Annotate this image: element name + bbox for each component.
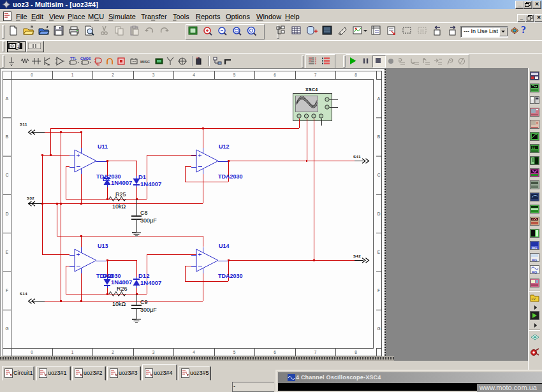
svg-text:S41: S41	[353, 155, 361, 159]
svg-text:8: 8	[355, 350, 357, 354]
svg-text:TDA2030: TDA2030	[218, 173, 243, 180]
svg-text:R25: R25	[115, 191, 126, 198]
svg-text:3: 3	[152, 350, 155, 354]
svg-text:S32: S32	[27, 196, 34, 200]
svg-text:MISC: MISC	[140, 60, 150, 64]
svg-text:4: 4	[193, 350, 195, 354]
svg-text:2: 2	[112, 350, 114, 354]
svg-text:5: 5	[233, 350, 236, 354]
svg-text:1N4007: 1N4007	[140, 279, 161, 286]
svg-text:7: 7	[314, 73, 317, 77]
svg-text:S42: S42	[353, 254, 361, 258]
svg-text:C: C	[377, 173, 381, 177]
svg-text:C: C	[6, 173, 9, 177]
svg-text:U13: U13	[98, 243, 108, 249]
svg-text:0: 0	[31, 350, 33, 354]
svg-text:S14: S14	[20, 292, 27, 296]
svg-text:D2: D2	[103, 176, 110, 182]
svg-text:U12: U12	[219, 143, 230, 150]
svg-text:10kΩ: 10kΩ	[112, 203, 126, 210]
svg-text:6: 6	[274, 350, 276, 354]
svg-text:300µF: 300µF	[140, 217, 157, 224]
svg-text:XSC4: XSC4	[305, 87, 318, 92]
svg-text:AG: AG	[532, 246, 538, 250]
svg-text:TTL: TTL	[70, 57, 77, 61]
svg-text:8: 8	[355, 73, 357, 77]
svg-text:G: G	[5, 326, 8, 331]
svg-text:E: E	[377, 250, 381, 254]
svg-text:C9: C9	[140, 299, 148, 305]
svg-text:4: 4	[193, 73, 195, 77]
svg-text:AG: AG	[532, 270, 538, 274]
svg-text:F: F	[6, 288, 8, 293]
svg-text:LV: LV	[532, 297, 536, 301]
svg-text:7: 7	[314, 350, 317, 354]
svg-text:1: 1	[71, 73, 74, 77]
svg-text:B: B	[377, 134, 380, 139]
svg-text:D12: D12	[138, 272, 149, 279]
svg-text:D: D	[6, 212, 9, 216]
svg-text:E: E	[6, 250, 9, 254]
svg-text:F: F	[377, 288, 380, 293]
svg-text:CMOS: CMOS	[80, 57, 91, 61]
svg-text:11: 11	[532, 146, 535, 150]
svg-text:1N4007: 1N4007	[140, 180, 161, 187]
svg-text:AG: AG	[532, 258, 538, 262]
svg-text:B: B	[6, 134, 8, 139]
svg-text:0: 0	[31, 73, 33, 77]
svg-text:D: D	[377, 212, 381, 216]
svg-text:D1: D1	[138, 173, 147, 180]
svg-text:TDA2030: TDA2030	[218, 273, 243, 279]
svg-text:3: 3	[152, 73, 155, 77]
svg-text:5: 5	[233, 73, 236, 77]
svg-text:1: 1	[71, 350, 74, 354]
svg-text:U11: U11	[98, 143, 108, 150]
svg-text:NI: NI	[196, 57, 198, 59]
svg-text:G: G	[377, 326, 380, 331]
svg-text:10kΩ: 10kΩ	[112, 301, 126, 307]
svg-text:U14: U14	[219, 243, 230, 249]
svg-text:1N4007: 1N4007	[111, 279, 132, 286]
svg-text:S11: S11	[20, 122, 27, 126]
svg-text:R26: R26	[117, 286, 128, 292]
svg-text:1: 1	[17, 44, 20, 48]
svg-text:300µF: 300µF	[140, 307, 157, 313]
svg-text:2: 2	[112, 73, 114, 77]
svg-text:A: A	[377, 96, 381, 101]
svg-text:C8: C8	[140, 210, 148, 216]
svg-text:1N4007: 1N4007	[111, 179, 132, 186]
svg-text:A: A	[6, 96, 9, 101]
svg-text:6: 6	[274, 73, 276, 77]
